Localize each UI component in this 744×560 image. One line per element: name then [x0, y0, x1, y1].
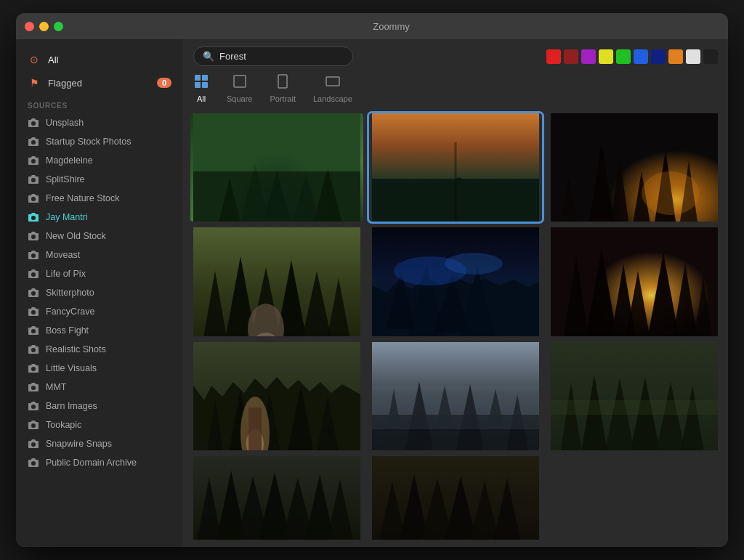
tab-landscape[interactable]: Landscape — [313, 73, 352, 103]
sidebar-item-new-old-stock[interactable]: New Old Stock — [16, 227, 183, 245]
color-swatch-dark-blue[interactable] — [651, 49, 666, 64]
app-body: ⊙ All ⚑ Flagged 0 SOURCES Unsplash Start… — [16, 39, 728, 547]
sidebar-item-barn-images[interactable]: Barn Images — [16, 397, 183, 415]
source-label: Unsplash — [46, 118, 84, 128]
camera-icon — [28, 438, 39, 450]
camera-icon — [28, 325, 39, 336]
window-title: Zoommy — [63, 21, 719, 32]
camera-icon — [28, 174, 39, 185]
search-icon: 🔍 — [203, 51, 214, 62]
photo-item-10[interactable] — [190, 456, 363, 540]
source-label: Magdeleine — [46, 155, 93, 166]
sidebar-item-magdeleine[interactable]: Magdeleine — [16, 151, 183, 170]
camera-icon — [28, 117, 39, 129]
tab-all[interactable]: All — [193, 73, 209, 103]
photo-item-11[interactable] — [369, 456, 542, 540]
camera-icon — [28, 287, 39, 299]
tab-square-label: Square — [227, 94, 252, 103]
svg-rect-5 — [278, 75, 287, 88]
source-label: Moveast — [46, 250, 80, 260]
tab-square[interactable]: Square — [227, 73, 252, 103]
color-swatch-blue[interactable] — [634, 49, 648, 64]
photo-item-6[interactable] — [548, 227, 721, 336]
svg-marker-10 — [237, 164, 273, 222]
sidebar-item-all-label: All — [48, 54, 58, 65]
titlebar: Zoommy — [16, 13, 728, 39]
sidebar-item-mmt[interactable]: MMT — [16, 378, 183, 397]
maximize-button[interactable] — [54, 22, 63, 31]
svg-marker-11 — [259, 171, 295, 222]
sidebar-item-startup-stock-photos[interactable]: Startup Stock Photos — [16, 132, 183, 151]
toolbar: 🔍 — [183, 39, 728, 72]
sidebar-item-public-domain-archive[interactable]: Public Domain Archive — [16, 453, 183, 472]
color-swatch-black[interactable] — [703, 49, 718, 64]
sidebar-item-moveast[interactable]: Moveast — [16, 245, 183, 264]
sidebar-item-realistic-shots[interactable]: Realistic Shots — [16, 340, 183, 359]
photo-item-7[interactable] — [190, 342, 363, 450]
color-swatch-white[interactable] — [686, 49, 700, 64]
sidebar-item-skitterphoto[interactable]: Skitterphoto — [16, 283, 183, 302]
all-icon: ⊙ — [28, 53, 41, 66]
source-label: MMT — [46, 382, 66, 392]
source-label: Little Visuals — [46, 363, 97, 373]
camera-icon — [28, 457, 39, 468]
sidebar-item-free-nature-stock[interactable]: Free Nature Stock — [16, 189, 183, 208]
sidebar-item-splitshire[interactable]: SplitShire — [16, 170, 183, 189]
tab-all-label: All — [197, 94, 206, 103]
source-label: Barn Images — [46, 401, 97, 411]
photo-item-4[interactable] — [190, 227, 363, 336]
camera-icon — [28, 344, 39, 355]
filter-tabs: All Square Portrait — [183, 72, 728, 110]
photo-item-3[interactable] — [548, 113, 721, 222]
camera-icon — [28, 230, 39, 242]
svg-point-27 — [642, 171, 700, 215]
svg-rect-6 — [326, 77, 339, 86]
camera-icon — [28, 381, 39, 393]
photo-item-9[interactable] — [548, 342, 721, 450]
tab-portrait[interactable]: Portrait — [270, 73, 295, 103]
color-swatch-purple[interactable] — [581, 49, 596, 64]
camera-icon — [28, 192, 39, 204]
sidebar-item-snapwire-snaps[interactable]: Snapwire Snaps — [16, 434, 183, 453]
sidebar-item-flagged[interactable]: ⚑ Flagged 0 — [16, 71, 183, 94]
camera-icon — [28, 155, 39, 166]
source-label: Life of Pix — [46, 269, 86, 279]
camera-icon — [28, 268, 39, 280]
svg-rect-4 — [234, 76, 246, 87]
sidebar-item-boss-fight[interactable]: Boss Fight — [16, 321, 183, 340]
camera-icon — [28, 211, 39, 223]
source-label: Skitterphoto — [46, 288, 94, 298]
search-input[interactable] — [219, 51, 321, 62]
source-label: Snapwire Snaps — [46, 439, 112, 449]
source-label: Realistic Shots — [46, 344, 106, 354]
sidebar-item-tookapic[interactable]: Tookapic — [16, 415, 183, 434]
photo-item-8[interactable] — [369, 342, 542, 450]
sidebar-item-fancycrave[interactable]: FancyCrave — [16, 302, 183, 321]
svg-rect-0 — [195, 75, 201, 81]
svg-rect-64 — [248, 407, 262, 450]
sidebar-item-life-of-pix[interactable]: Life of Pix — [16, 264, 183, 283]
photo-item-1[interactable] — [190, 113, 363, 222]
color-swatch-green[interactable] — [616, 49, 631, 64]
app-window: Zoommy ⊙ All ⚑ Flagged 0 SOURCES Unsplas… — [16, 13, 728, 547]
source-label: Boss Fight — [46, 325, 89, 336]
photo-item-2[interactable] — [369, 113, 542, 222]
svg-rect-14 — [193, 113, 360, 171]
color-swatch-dark-red[interactable] — [564, 49, 578, 64]
sidebar-item-little-visuals[interactable]: Little Visuals — [16, 359, 183, 378]
color-swatch-yellow[interactable] — [599, 49, 613, 64]
color-swatch-red[interactable] — [546, 49, 561, 64]
photo-item-5[interactable] — [369, 227, 542, 336]
minimize-button[interactable] — [39, 22, 49, 31]
sidebar-item-all[interactable]: ⊙ All — [16, 48, 183, 71]
source-label: SplitShire — [46, 174, 85, 184]
photo-grid — [183, 110, 728, 547]
sidebar-item-flagged-label: Flagged — [48, 78, 82, 89]
sidebar-item-unsplash[interactable]: Unsplash — [16, 113, 183, 132]
color-swatches — [360, 49, 718, 64]
camera-icon — [28, 249, 39, 261]
close-button[interactable] — [25, 22, 34, 31]
sidebar-item-jay-mantri[interactable]: Jay Mantri — [16, 208, 183, 227]
color-swatch-orange[interactable] — [668, 49, 683, 64]
svg-rect-73 — [372, 386, 539, 429]
